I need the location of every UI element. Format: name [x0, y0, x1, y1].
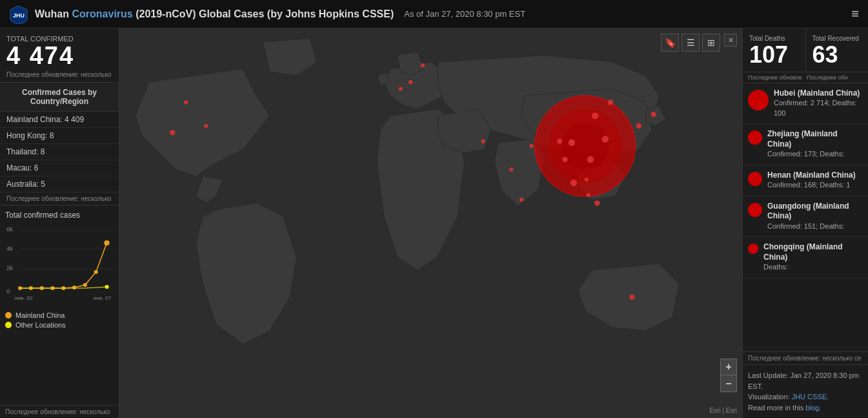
svg-point-16	[94, 270, 98, 274]
deaths-update-row: Последнее обновле Последнее обн	[743, 72, 868, 83]
region-name: Chongqing (Mainland China)	[763, 242, 863, 262]
left-panel: Total Confirmed 4 474 Последнее обновлен…	[0, 28, 119, 418]
blog-text: Read more in this	[748, 404, 805, 412]
region-name: Henan (Mainland China)	[767, 171, 863, 181]
confirmed-number: 4 474	[6, 43, 112, 70]
svg-point-46	[587, 193, 590, 197]
map-area[interactable]: 🔖 ☰ ⊞ ✕ + − Esri | Esri	[119, 28, 742, 418]
region-name: Hubei (Mainland China)	[774, 89, 863, 99]
region-info: Henan (Mainland China) Confirmed: 168; D…	[767, 171, 863, 191]
legend-label-other: Other Locations	[15, 321, 66, 329]
country-item[interactable]: Thailand: 8	[0, 144, 119, 160]
menu-button[interactable]: ≡	[851, 6, 859, 21]
deaths-box: Total Deaths 107	[743, 28, 806, 72]
svg-point-35	[594, 200, 600, 205]
last-update-label: Last Update: Jan 27, 2020 8:30 pm EST.	[748, 371, 859, 390]
country-list[interactable]: Mainland China: 4 409Hong Kong: 8Thailan…	[0, 112, 119, 193]
confirmed-section: Total Confirmed 4 474 Последнее обновлен…	[0, 28, 119, 83]
header-title: Wuhan Coronavirus (2019-nCoV) Global Cas…	[35, 8, 394, 20]
svg-text:6k: 6k	[6, 226, 13, 233]
svg-point-38	[629, 295, 634, 300]
region-info: Chongqing (Mainland China) Deaths:	[763, 242, 863, 273]
svg-point-18	[105, 285, 108, 289]
legend-dot-other	[5, 322, 12, 328]
bookmark-button[interactable]: 🔖	[661, 34, 679, 52]
country-item[interactable]: Hong Kong: 8	[0, 128, 119, 144]
blog-period: .	[819, 404, 821, 412]
zoom-out-button[interactable]: −	[720, 375, 737, 392]
jhu-csse-link[interactable]: JHU CSSE	[792, 393, 827, 401]
svg-point-41	[184, 100, 188, 104]
close-button[interactable]: ✕	[724, 34, 737, 47]
country-name: Thailand: 8	[6, 147, 45, 156]
svg-point-33	[651, 112, 656, 117]
country-name: Australia: 5	[6, 180, 45, 189]
chart-area: 6k 4k 2k 0	[5, 224, 114, 308]
country-name: Macau: 6	[6, 163, 38, 172]
svg-point-37	[509, 167, 513, 171]
svg-point-43	[409, 80, 412, 84]
svg-text:0: 0	[6, 288, 10, 295]
chart-section: Total confirmed cases 6k 4k 2k 0	[0, 205, 119, 406]
region-list[interactable]: Hubei (Mainland China) Confirmed: 2 714;…	[743, 83, 868, 351]
svg-point-27	[587, 156, 594, 163]
region-stats: Confirmed: 2 714; Deaths: 100	[774, 98, 863, 118]
esri-text: Esri | Esri	[709, 407, 737, 414]
country-item[interactable]: Macau: 6	[0, 160, 119, 176]
legend-dot-china	[5, 312, 12, 319]
svg-text:янв. 27: янв. 27	[94, 295, 112, 301]
svg-point-14	[72, 286, 76, 289]
legend-other: Other Locations	[5, 321, 114, 329]
list-button[interactable]: ☰	[681, 34, 700, 52]
svg-point-40	[204, 124, 208, 128]
chart-update-text: Последнее обновление: несколько	[0, 406, 119, 418]
svg-point-31	[562, 157, 567, 162]
region-dot	[748, 90, 769, 110]
recovered-number: 63	[812, 42, 862, 68]
legend-label-china: Mainland China	[15, 311, 65, 319]
world-map: 🔖 ☰ ⊞ ✕ + − Esri | Esri	[119, 28, 742, 418]
region-name: Guangdong (Mainland China)	[767, 202, 863, 222]
svg-text:4k: 4k	[6, 246, 13, 252]
region-info: Guangdong (Mainland China) Confirmed: 15…	[767, 202, 863, 232]
grid-button[interactable]: ⊞	[702, 34, 720, 52]
svg-text:JHU: JHU	[13, 12, 25, 19]
country-name: Hong Kong: 8	[6, 131, 54, 140]
region-item[interactable]: Henan (Mainland China) Confirmed: 168; D…	[743, 165, 868, 196]
region-item[interactable]: Guangdong (Mainland China) Confirmed: 15…	[743, 196, 868, 238]
region-stats: Confirmed: 168; Deaths: 1	[767, 180, 863, 190]
svg-point-34	[636, 123, 641, 129]
main-content: Total Confirmed 4 474 Последнее обновлен…	[0, 28, 868, 418]
right-panel: Total Deaths 107 Total Recovered 63 Посл…	[742, 28, 868, 418]
svg-point-25	[592, 112, 598, 119]
region-dot	[748, 203, 762, 217]
esri-credit: Esri | Esri	[709, 407, 737, 414]
jhu-logo: JHU	[9, 5, 28, 24]
svg-point-36	[529, 144, 533, 148]
svg-point-24	[561, 123, 609, 170]
region-item[interactable]: Zhejiang (Mainland China) Confirmed: 173…	[743, 124, 868, 165]
map-zoom-controls: + −	[720, 359, 737, 392]
region-item[interactable]: Hubei (Mainland China) Confirmed: 2 714;…	[743, 83, 868, 124]
chart-title: Total confirmed cases	[5, 211, 114, 220]
svg-point-42	[399, 87, 403, 90]
svg-point-26	[602, 136, 609, 142]
svg-point-29	[557, 139, 562, 144]
svg-point-17	[104, 240, 109, 246]
svg-point-32	[570, 180, 577, 186]
region-stats: Confirmed: 151; Deaths:	[767, 222, 863, 231]
zoom-in-button[interactable]: +	[720, 359, 737, 375]
chart-legend: Mainland China Other Locations	[5, 311, 114, 329]
region-item[interactable]: Chongqing (Mainland China) Deaths:	[743, 237, 868, 278]
svg-point-30	[608, 99, 613, 105]
confirmed-update: Последнее обновление: несколько	[6, 71, 112, 78]
region-update-text: Последнее обновление: несколько се	[743, 351, 868, 364]
map-toolbar: 🔖 ☰ ⊞	[661, 34, 720, 52]
blog-link[interactable]: blog	[805, 404, 819, 412]
title-suffix: (2019-nCoV) Global Cases (by Johns Hopki…	[133, 8, 394, 19]
recovered-box: Total Recovered 63	[806, 28, 869, 72]
title-highlight: Coronavirus	[72, 8, 132, 19]
country-item[interactable]: Australia: 5	[0, 176, 119, 193]
country-item[interactable]: Mainland China: 4 409	[0, 112, 119, 128]
region-stats: Confirmed: 173; Deaths:	[767, 149, 863, 159]
